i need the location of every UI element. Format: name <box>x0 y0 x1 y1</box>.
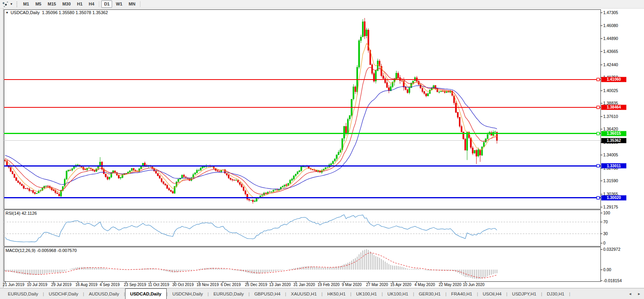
date-tick-label: 25 Dec 2019 <box>245 283 267 287</box>
timeframe-button-mn[interactable]: MN <box>126 0 138 8</box>
tab-eurusd-daily[interactable]: EURUSD,Daily <box>209 288 248 299</box>
tab-usdcnh-daily[interactable]: USDCNH,Daily <box>167 288 207 299</box>
date-tick-label: 16 Aug 2019 <box>75 283 98 287</box>
svg-text:1.36015: 1.36015 <box>607 131 621 136</box>
tab-audusd-daily[interactable]: AUDUSD,Daily <box>84 288 124 299</box>
ohlc-values: 1.35096 1.35580 1.35078 1.35362 <box>42 10 108 15</box>
date-tick-label: 27 Mar 2020 <box>366 283 388 287</box>
price-level-badge: 1.30020 <box>601 195 626 200</box>
date-tick-label: 22 May 2020 <box>439 283 462 287</box>
toolbar-separator <box>140 1 140 7</box>
tab-gbpusd-h4[interactable]: GBPUSD,H4 <box>249 288 285 299</box>
rsi-tick-label: 100 <box>603 210 610 215</box>
chart-window-background <box>3 8 644 288</box>
symbol-label: USDCAD,Daily <box>11 10 40 15</box>
price-tick-label: 1.43665 <box>603 49 618 54</box>
date-tick-label: 10 Jun 2020 <box>463 283 484 287</box>
timeframe-button-m30[interactable]: M30 <box>60 0 73 8</box>
macd-tick-label: 0.032972 <box>603 247 620 252</box>
rsi-indicator-label: RSI(14) 42.1126 <box>5 211 37 216</box>
price-tick-label: 1.47305 <box>603 10 618 15</box>
timeframe-toolbar: ▼ M1M5M15M30H1H4D1W1MN <box>0 0 644 9</box>
tab-uk100-h1[interactable]: UK100,H1 <box>351 288 382 299</box>
price-tick-label: 1.29175 <box>603 205 618 209</box>
rsi-tick-label: 70 <box>603 219 608 224</box>
svg-text:1.41060: 1.41060 <box>607 77 621 82</box>
toolbar-separator <box>99 1 99 7</box>
price-tick-label: 1.46080 <box>603 23 618 28</box>
chart-tab-bar: EURUSD,Daily|USDCHF,Daily|AUDUSD,Daily|U… <box>0 288 644 299</box>
price-level-badge: 1.36015 <box>601 131 626 136</box>
tab-usdchf-daily[interactable]: USDCHF,Daily <box>44 288 83 299</box>
date-tick-label: 4 Sep 2019 <box>100 283 120 287</box>
svg-text:1.30020: 1.30020 <box>607 196 621 200</box>
rsi-tick-label: 30 <box>603 231 608 236</box>
level-line-handle <box>597 132 600 135</box>
chevron-down-icon: ▼ <box>10 3 13 6</box>
date-tick-label: 13 Jan 2020 <box>269 283 291 287</box>
price-level-badge: 1.33011 <box>601 163 626 169</box>
date-tick-label: 6 Dec 2019 <box>221 283 241 287</box>
chart-canvas: 1.473051.460801.448901.436651.424401.412… <box>0 0 644 299</box>
date-tick-label: 23 Sep 2019 <box>124 283 146 287</box>
tab-fra40-h1[interactable]: FRA40,H1 <box>446 288 477 299</box>
timeframe-button-m5[interactable]: M5 <box>33 0 44 8</box>
date-tick-label: 30 Oct 2019 <box>172 283 194 287</box>
svg-text:1.38464: 1.38464 <box>607 105 621 109</box>
price-tick-label: 1.37610 <box>603 114 618 119</box>
level-line-handle <box>597 106 600 109</box>
chart-style-button[interactable]: ▼ <box>1 1 15 7</box>
tab-usdcad-daily[interactable]: USDCAD,Daily <box>125 288 167 299</box>
rsi-tick-label: 0 <box>603 241 606 245</box>
timeframe-button-h1[interactable]: H1 <box>74 0 85 8</box>
date-tick-label: 18 Nov 2019 <box>196 283 219 287</box>
date-tick-label: 19 Feb 2020 <box>318 283 340 287</box>
macd-tick-label: -0.018154 <box>603 278 622 283</box>
bid-price-badge: 1.35362 <box>601 138 626 143</box>
mt4-window: ▼ M1M5M15M30H1H4D1W1MN 1.473051.460801.4… <box>0 0 644 299</box>
timeframe-button-d1[interactable]: D1 <box>101 0 112 8</box>
price-tick-label: 1.42440 <box>603 62 618 67</box>
svg-text:1.33011: 1.33011 <box>607 164 621 168</box>
tab-uk100-h1[interactable]: UK100,H1 <box>383 288 413 299</box>
tab-ger30-h1[interactable]: GER30,H1 <box>414 288 446 299</box>
chart-title: ▼USDCAD,Daily 1.35096 1.35580 1.35078 1.… <box>5 10 108 15</box>
level-line-handle <box>597 196 600 199</box>
macd-indicator-label: MACD(12,26,9) -0.005968 -0.007570 <box>5 248 77 253</box>
timeframe-button-m1[interactable]: M1 <box>20 0 32 8</box>
price-level-badge: 1.38464 <box>601 105 626 110</box>
price-tick-label: 1.36420 <box>603 127 618 131</box>
price-tick-label: 1.31590 <box>603 178 618 183</box>
timeframe-button-h4[interactable]: H4 <box>86 0 97 8</box>
tab-dj30-h1[interactable]: DJ30,H1 <box>542 288 569 299</box>
macd-tick-label: 0.00 <box>603 267 611 272</box>
tab-xauusd-h1[interactable]: XAUUSD,H1 <box>286 288 322 299</box>
collapse-caret-icon: ▼ <box>5 11 9 14</box>
candlestick-chart-icon <box>2 2 9 7</box>
date-tick-label: 4 May 2020 <box>415 283 435 287</box>
toolbar-grip <box>16 2 17 7</box>
level-line-handle <box>597 165 600 167</box>
tab-usoil-h4[interactable]: USOil,H4 <box>478 288 506 299</box>
date-tick-label: 11 Oct 2019 <box>148 283 169 287</box>
price-tick-label: 1.44890 <box>603 36 618 41</box>
price-tick-label: 1.34005 <box>603 152 618 157</box>
tab-scroll-left-icon[interactable]: ◄ <box>628 292 632 296</box>
level-line-handle <box>597 78 600 81</box>
svg-text:1.35362: 1.35362 <box>607 138 621 143</box>
tab-scroll-right-icon[interactable]: ► <box>637 292 641 296</box>
tab-hk50-h1[interactable]: HK50,H1 <box>322 288 350 299</box>
price-level-badge: 1.41060 <box>601 77 626 82</box>
timeframe-button-m15[interactable]: M15 <box>45 0 58 8</box>
date-tick-label: 21 Jun 2019 <box>3 283 24 287</box>
tab-separator: | <box>569 288 570 299</box>
timeframe-button-w1[interactable]: W1 <box>113 0 125 8</box>
price-tick-label: 1.40025 <box>603 88 618 93</box>
date-tick-label: 29 Jul 2019 <box>51 283 72 287</box>
date-tick-label: 31 Jan 2020 <box>293 283 315 287</box>
date-tick-label: 10 Jul 2019 <box>27 283 47 287</box>
date-tick-label: 9 Mar 2020 <box>342 283 362 287</box>
date-tick-label: 15 Apr 2020 <box>390 283 411 287</box>
tab-usdjpy-h1[interactable]: USDJPY,H1 <box>508 288 541 299</box>
tab-eurusd-daily[interactable]: EURUSD,Daily <box>3 288 43 299</box>
